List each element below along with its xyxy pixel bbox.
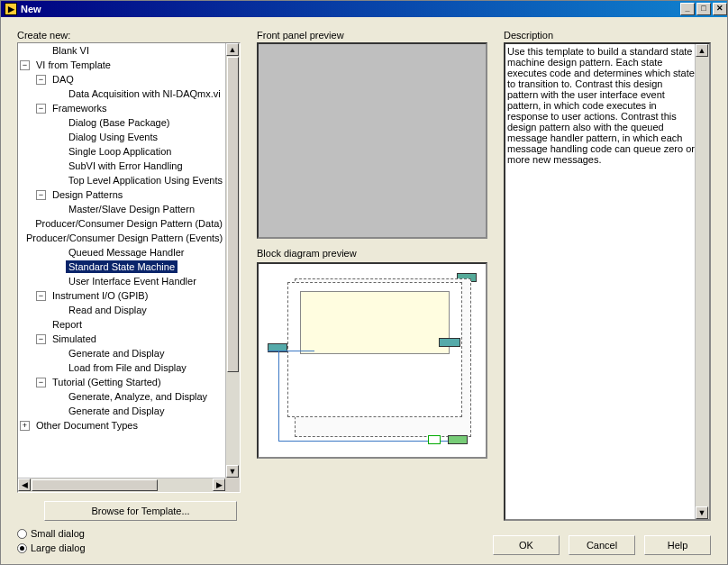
- tree-item[interactable]: Master/Slave Design Pattern: [18, 202, 225, 216]
- tree-item[interactable]: Data Acquisition with NI-DAQmx.vi: [18, 87, 225, 101]
- tree-item[interactable]: Generate, Analyze, and Display: [18, 389, 225, 404]
- ok-button[interactable]: OK: [493, 535, 560, 555]
- tree-item-label[interactable]: Report: [50, 318, 85, 331]
- tree-item[interactable]: −Design Patterns: [18, 187, 225, 202]
- tree-item[interactable]: −Tutorial (Getting Started): [18, 375, 225, 389]
- tree-item-label[interactable]: SubVI with Error Handling: [66, 159, 186, 172]
- collapse-icon[interactable]: −: [36, 75, 46, 85]
- tree-item[interactable]: Load from File and Display: [18, 360, 225, 375]
- tree-horizontal-scrollbar[interactable]: ◀ ▶: [18, 478, 225, 492]
- tree-item[interactable]: −VI from Template: [18, 58, 225, 72]
- tree-item[interactable]: Queued Message Handler: [18, 245, 225, 260]
- close-button[interactable]: ✕: [713, 3, 727, 15]
- bd-shift-reg-icon: [439, 338, 460, 347]
- tree-connector-icon: [52, 89, 62, 99]
- tree-item-label[interactable]: Standard State Machine: [66, 260, 177, 273]
- bd-stop-icon: [448, 435, 468, 444]
- tree-item[interactable]: +Other Document Types: [18, 418, 225, 433]
- description-scrollbar[interactable]: ▲ ▼: [695, 44, 709, 519]
- front-panel-preview-label: Front panel preview: [257, 30, 487, 41]
- template-tree[interactable]: Blank VI−VI from Template−DAQData Acquis…: [17, 42, 241, 493]
- collapse-icon[interactable]: −: [36, 104, 46, 114]
- tree-item-label[interactable]: Master/Slave Design Pattern: [66, 203, 197, 215]
- titlebar[interactable]: ▶ New _ □ ✕: [1, 1, 727, 17]
- tree-item-label[interactable]: Simulated: [50, 333, 99, 345]
- tree-item-label[interactable]: Single Loop Application: [66, 145, 174, 158]
- scroll-up-icon[interactable]: ▲: [226, 43, 239, 56]
- expand-icon[interactable]: +: [20, 421, 30, 431]
- tree-connector-icon: [36, 46, 46, 56]
- tree-item[interactable]: Generate and Display: [18, 346, 225, 360]
- tree-item[interactable]: Dialog (Base Package): [18, 115, 225, 130]
- tree-item[interactable]: −Instrument I/O (GPIB): [18, 288, 225, 303]
- tree-item-label[interactable]: Other Document Types: [33, 419, 141, 432]
- collapse-icon[interactable]: −: [36, 190, 46, 200]
- collapse-icon[interactable]: −: [36, 291, 46, 301]
- tree-item-label[interactable]: Top Level Application Using Events: [66, 174, 225, 187]
- tree-item-label[interactable]: Read and Display: [66, 304, 150, 316]
- scroll-down-icon[interactable]: ▼: [226, 465, 239, 478]
- tree-item-label[interactable]: Load from File and Display: [66, 361, 189, 374]
- tree-item-label[interactable]: Design Patterns: [50, 188, 125, 201]
- tree-item[interactable]: Standard State Machine: [18, 260, 225, 274]
- tree-connector-icon: [52, 147, 62, 157]
- tree-connector-icon: [52, 392, 62, 402]
- tree-item[interactable]: Producer/Consumer Design Pattern (Events…: [18, 231, 225, 245]
- tree-item[interactable]: −Simulated: [18, 332, 225, 346]
- tree-item-label[interactable]: VI from Template: [33, 59, 114, 71]
- app-icon: ▶: [5, 3, 17, 15]
- tree-item[interactable]: Report: [18, 317, 225, 332]
- collapse-icon[interactable]: −: [20, 60, 30, 70]
- tree-item-label[interactable]: Tutorial (Getting Started): [50, 376, 164, 388]
- tree-item-label[interactable]: Blank VI: [50, 44, 92, 57]
- tree-item-label[interactable]: Dialog Using Events: [66, 131, 160, 143]
- collapse-icon[interactable]: −: [36, 378, 46, 387]
- tree-item[interactable]: −Frameworks: [18, 101, 225, 115]
- tree-connector-icon: [52, 277, 62, 287]
- tree-connector-icon: [52, 118, 62, 128]
- tree-item-label[interactable]: Generate and Display: [66, 405, 167, 417]
- tree-item-label[interactable]: Producer/Consumer Design Pattern (Data): [32, 217, 225, 230]
- help-button[interactable]: Help: [644, 535, 711, 555]
- tree-item[interactable]: User Interface Event Handler: [18, 274, 225, 288]
- scroll-down-icon[interactable]: ▼: [696, 506, 708, 519]
- tree-item-label[interactable]: DAQ: [50, 73, 77, 86]
- tree-item-label[interactable]: Generate and Display: [66, 347, 167, 360]
- tree-item-label[interactable]: Instrument I/O (GPIB): [50, 289, 150, 302]
- tree-connector-icon: [52, 363, 62, 373]
- description-label: Description: [504, 30, 711, 41]
- tree-item[interactable]: Generate and Display: [18, 404, 225, 418]
- tree-item[interactable]: Read and Display: [18, 303, 225, 317]
- tree-item[interactable]: Dialog Using Events: [18, 130, 225, 144]
- scroll-up-icon[interactable]: ▲: [696, 44, 708, 57]
- tree-connector-icon: [52, 161, 62, 171]
- description-text: Use this template to build a standard st…: [507, 46, 695, 165]
- tree-item[interactable]: SubVI with Error Handling: [18, 159, 225, 173]
- tree-connector-icon: [52, 262, 62, 272]
- tree-item-label[interactable]: Producer/Consumer Design Pattern (Events…: [23, 232, 225, 244]
- collapse-icon[interactable]: −: [36, 334, 46, 344]
- maximize-button[interactable]: □: [696, 3, 711, 15]
- tree-item-label[interactable]: Data Acquisition with NI-DAQmx.vi: [66, 87, 223, 100]
- scroll-left-icon[interactable]: ◀: [18, 478, 31, 491]
- tree-item-label[interactable]: Frameworks: [50, 102, 110, 114]
- tree-item[interactable]: Blank VI: [18, 43, 225, 58]
- tree-item[interactable]: −DAQ: [18, 72, 225, 87]
- small-dialog-radio[interactable]: [17, 529, 27, 539]
- cancel-button[interactable]: Cancel: [569, 535, 635, 555]
- scroll-thumb-vertical[interactable]: [227, 57, 239, 372]
- browse-template-button[interactable]: Browse for Template...: [44, 501, 237, 521]
- scroll-right-icon[interactable]: ▶: [213, 478, 225, 491]
- tree-item[interactable]: Top Level Application Using Events: [18, 173, 225, 187]
- tree-item-label[interactable]: User Interface Event Handler: [66, 275, 199, 287]
- large-dialog-radio[interactable]: [17, 543, 27, 553]
- tree-item-label[interactable]: Generate, Analyze, and Display: [66, 390, 210, 403]
- tree-item[interactable]: Producer/Consumer Design Pattern (Data): [18, 216, 225, 231]
- tree-vertical-scrollbar[interactable]: ▲ ▼: [225, 43, 240, 478]
- tree-item-label[interactable]: Dialog (Base Package): [66, 116, 173, 129]
- scroll-thumb-horizontal[interactable]: [32, 479, 158, 491]
- tree-item[interactable]: Single Loop Application: [18, 144, 225, 159]
- tree-item-label[interactable]: Queued Message Handler: [66, 246, 187, 259]
- create-new-label: Create new:: [17, 30, 241, 41]
- minimize-button[interactable]: _: [680, 3, 695, 15]
